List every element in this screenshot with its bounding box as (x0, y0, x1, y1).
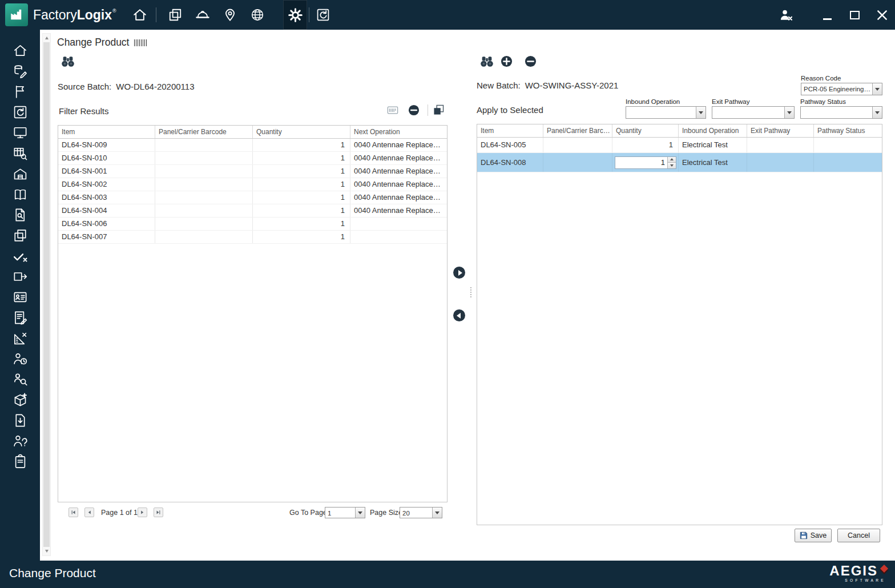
sidebar-item-book[interactable] (7, 186, 33, 202)
cell-panel-carrier-barcode (155, 231, 253, 243)
save-button[interactable]: Save (795, 529, 832, 542)
chevron-down-icon[interactable] (696, 107, 705, 118)
registered-mark: ® (112, 8, 116, 14)
sidebar-item-verify[interactable] (7, 248, 33, 264)
next-page-button[interactable] (138, 508, 147, 517)
table-row[interactable]: DL64-SN-0061 (58, 218, 447, 231)
col-exit-pathway[interactable]: Exit Pathway (747, 124, 814, 137)
sidebar-item-org-search[interactable] (7, 371, 33, 387)
last-page-button[interactable] (154, 508, 163, 517)
spin-down-button[interactable] (668, 162, 676, 168)
chevron-down-icon[interactable] (355, 508, 365, 518)
undo-button[interactable] (313, 0, 333, 30)
cell-quantity: 1 (253, 178, 350, 191)
col-panel-carrier-barcode[interactable]: Panel/Carrier Barcode (155, 126, 253, 138)
table-row[interactable]: DL64-SN-00310040 Antennae Replace… (58, 191, 447, 204)
settings-button[interactable] (283, 0, 307, 30)
col-quantity[interactable]: Quantity (253, 126, 350, 138)
sidebar-item-data-edit[interactable] (7, 63, 33, 79)
pathway-status-select[interactable] (800, 106, 882, 119)
chevron-up-icon (670, 158, 674, 160)
table-row[interactable]: DL64-SN-0081Electrical Test (477, 153, 882, 172)
scroll-up-icon[interactable] (45, 37, 49, 39)
table-row[interactable]: DL64-SN-00110040 Antennae Replace… (58, 165, 447, 178)
sidebar-item-move-out[interactable] (7, 268, 33, 284)
filter-results-text: Filter Results (59, 106, 109, 116)
col-inbound-operation[interactable]: Inbound Operation (679, 124, 747, 137)
move-left-button[interactable] (453, 309, 465, 321)
filter-results-label: Filter Results (59, 106, 109, 116)
scan-barcode-button[interactable] (386, 104, 400, 116)
spin-up-button[interactable] (668, 157, 676, 163)
sidebar-item-monitor[interactable] (7, 124, 33, 140)
table-row[interactable]: DL64-SN-0071 (58, 231, 447, 244)
add-row-button[interactable] (501, 55, 513, 67)
cancel-button[interactable]: Cancel (837, 529, 880, 542)
chevron-down-icon[interactable] (784, 107, 794, 118)
col-item[interactable]: Item (477, 124, 543, 137)
sidebar-item-person-help[interactable] (7, 433, 33, 449)
exit-pathway-select[interactable] (712, 106, 795, 119)
maximize-button[interactable] (844, 0, 865, 30)
col-item[interactable]: Item (58, 126, 155, 138)
remove-row-button[interactable] (525, 55, 537, 67)
quantity-stepper[interactable]: 1 (615, 156, 676, 169)
source-batch-label: Source Batch: (58, 82, 111, 91)
first-page-button[interactable] (68, 508, 78, 517)
table-row[interactable]: DL64-SN-00210040 Antennae Replace… (58, 178, 447, 191)
chevron-down-icon[interactable] (432, 508, 442, 518)
sidebar-item-ruler-x[interactable] (7, 330, 33, 346)
location-button[interactable] (220, 0, 240, 30)
table-row[interactable]: DL64-SN-00910040 Antennae Replace… (58, 139, 447, 152)
reason-code-select[interactable]: PCR-05 Engineering… (801, 83, 882, 95)
col-quantity[interactable]: Quantity (612, 124, 679, 137)
sidebar-item-home[interactable] (7, 42, 33, 58)
home-button[interactable] (130, 0, 150, 30)
chevron-down-icon[interactable] (872, 107, 882, 118)
col-panel-carrier-barcode[interactable]: Panel/Carrier Barc… (543, 124, 612, 137)
splitter-grip[interactable] (470, 287, 471, 297)
scroll-thumb[interactable] (43, 42, 50, 547)
inbound-operation-select[interactable] (626, 106, 706, 119)
sidebar-item-doc-box[interactable] (7, 412, 33, 428)
select-all-button[interactable] (432, 103, 445, 116)
sidebar-item-clipboard[interactable] (7, 453, 33, 469)
table-row[interactable]: DL64-SN-0051Electrical Test (477, 138, 882, 153)
sidebar-scrollbar[interactable] (42, 33, 51, 556)
cell-panel-carrier-barcode (543, 138, 612, 152)
sign-out-button[interactable] (776, 0, 796, 30)
close-button[interactable] (871, 0, 893, 30)
sidebar-item-card[interactable] (7, 289, 33, 305)
sidebar-item-table-search[interactable] (7, 145, 33, 161)
globe-button[interactable] (248, 0, 267, 30)
goto-page-input[interactable]: 1 (325, 507, 365, 518)
sidebar-item-doc-search[interactable] (7, 207, 33, 223)
layers-button[interactable] (166, 0, 185, 30)
sidebar-item-person-clock[interactable] (7, 351, 33, 367)
page-size-select[interactable]: 20 (400, 507, 442, 518)
minimize-icon (823, 18, 832, 20)
move-right-button[interactable] (453, 267, 465, 279)
minimize-button[interactable] (816, 0, 838, 30)
table-row[interactable]: DL64-SN-01010040 Antennae Replace… (58, 152, 447, 165)
sidebar-item-undo-box[interactable] (7, 104, 33, 120)
app-title: FactoryLogix® (33, 0, 116, 30)
search-binoculars-button[interactable] (61, 55, 75, 68)
sidebar-item-note-edit[interactable] (7, 309, 33, 325)
col-pathway-status[interactable]: Pathway Status (814, 124, 882, 137)
remove-items-button[interactable] (408, 104, 420, 116)
scroll-down-icon[interactable] (45, 550, 49, 553)
sidebar-item-package-add[interactable] (7, 392, 33, 408)
cell-quantity[interactable]: 1 (612, 153, 679, 172)
sidebar-item-warehouse[interactable] (7, 166, 33, 182)
sidebar-item-copy[interactable] (7, 227, 33, 243)
cell-panel-carrier-barcode (155, 204, 253, 217)
col-next-operation[interactable]: Next Operation (350, 126, 447, 138)
hardhat-button[interactable] (193, 0, 212, 30)
sidebar-item-flag[interactable] (7, 83, 33, 99)
table-row[interactable]: DL64-SN-00410040 Antennae Replace… (58, 204, 447, 218)
search-binoculars-button[interactable] (479, 55, 494, 68)
chevron-down-icon[interactable] (872, 83, 882, 95)
maximize-icon (850, 11, 860, 19)
prev-page-button[interactable] (84, 508, 94, 517)
